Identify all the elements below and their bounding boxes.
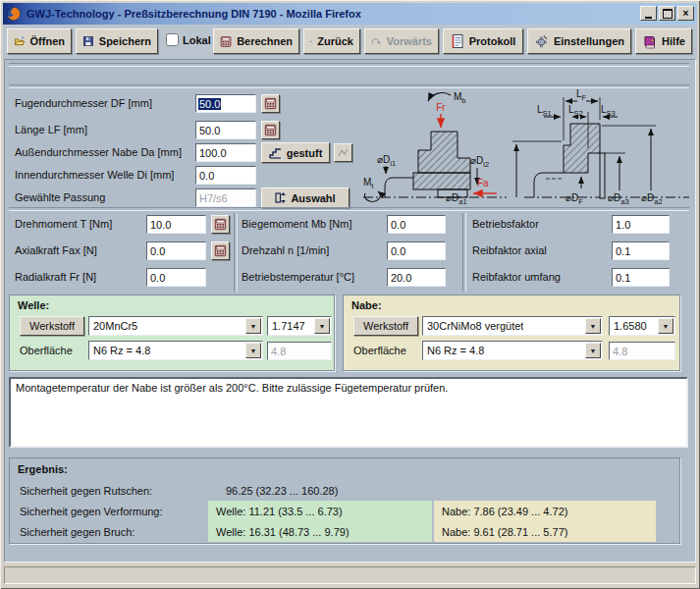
message-box[interactable]: Montagetemperatur der Nabe ist größer al… [9, 377, 688, 448]
calculator-icon [264, 124, 277, 136]
save-label: Speichern [99, 35, 151, 47]
joint-diameter-input[interactable]: 50.0 [195, 94, 256, 113]
separator [9, 63, 689, 67]
load-diagram: Mb Fr ⌀Di1 ⌀Di2 Mt Fa [363, 91, 507, 201]
stepped-button[interactable]: gestuft [261, 142, 330, 163]
back-button[interactable]: Zurück [303, 28, 360, 54]
shaft-surface-select[interactable]: N6 Rz = 4.8 ▼ [88, 341, 263, 360]
axial-force-calculator-button[interactable] [211, 241, 230, 260]
radial-force-input[interactable] [146, 268, 206, 287]
stepped-label: gestuft [287, 147, 323, 159]
shaft-material-button-label: Werkstoff [29, 320, 75, 332]
moment-mb-label: Mb [454, 91, 466, 105]
local-checkbox-group: Lokal [166, 33, 211, 46]
friction-circumferential-label: Reibfaktor umfang [472, 271, 561, 283]
shaft-material-select[interactable]: 20MnCr5 ▼ [88, 316, 263, 336]
joint-diameter-calculator-button[interactable] [261, 94, 280, 113]
maximize-button[interactable] [659, 6, 675, 21]
save-button[interactable]: Speichern [76, 28, 158, 54]
operating-temperature-input[interactable] [387, 268, 446, 287]
axial-force-input[interactable] [146, 241, 206, 260]
fit-select-label: Auswahl [291, 192, 335, 204]
shaft-material-number-select[interactable]: 1.7147 ▼ [267, 316, 332, 336]
da3-label: ⌀Da3 [608, 192, 629, 205]
forward-button[interactable]: Vorwärts [364, 28, 439, 54]
da2-label: ⌀Da2 [641, 192, 663, 205]
shaft-material-button[interactable]: Werkstoff [20, 316, 84, 336]
calculator-icon [220, 34, 232, 49]
shaft-surface-value: N6 Rz = 4.8 [93, 345, 150, 356]
df-label: ⌀DF [565, 192, 583, 205]
hub-roughness-input [609, 342, 675, 360]
chevron-down-icon[interactable]: ▼ [658, 318, 673, 334]
torque-input[interactable] [146, 215, 206, 234]
window-title: GWJ-Technology - Preßsitzberechnung DIN … [27, 8, 361, 20]
operating-temperature-label: Betriebstemperatur [°C] [242, 271, 354, 283]
hub-material-select[interactable]: 30CrNiMo8 vergütet ▼ [422, 316, 603, 336]
column-separator [462, 213, 466, 292]
chevron-down-icon[interactable]: ▼ [585, 318, 601, 334]
chevron-down-icon[interactable]: ▼ [314, 318, 330, 334]
local-checkbox[interactable] [166, 33, 179, 46]
speed-input[interactable] [387, 241, 446, 260]
back-label: Zurück [317, 35, 353, 47]
length-input[interactable] [195, 121, 256, 139]
close-icon: × [683, 9, 689, 19]
length-label: Länge LF [mm] [15, 124, 87, 135]
hub-material-value: 30CrNiMo8 vergütet [427, 320, 523, 332]
selection-icon [275, 191, 286, 204]
bending-moment-input[interactable] [387, 215, 446, 234]
fit-select-button[interactable]: Auswahl [261, 187, 350, 208]
fracture-hub-value: Nabe: 9.61 (28.71 ... 5.77) [442, 526, 567, 538]
torque-calculator-button[interactable] [211, 215, 230, 234]
warning-message: Montagetemperatur der Nabe ist größer al… [16, 382, 448, 394]
friction-circumferential-input[interactable] [612, 268, 670, 287]
results-title: Ergebnis: [18, 463, 68, 475]
ls3-label: LS3 [601, 104, 616, 118]
hub-surface-select[interactable]: N6 Rz = 4.8 ▼ [422, 341, 603, 360]
diagram-button[interactable] [334, 143, 352, 162]
help-button[interactable]: Hilfe [635, 28, 692, 54]
shaft-panel-title: Welle: [18, 299, 49, 311]
hub-panel-title: Nabe: [351, 299, 382, 311]
hub-outer-diameter-input[interactable] [195, 143, 256, 162]
shaft-surface-label: Oberfläche [20, 345, 73, 356]
curve-icon [337, 146, 350, 159]
shaft-inner-diameter-input[interactable] [195, 166, 256, 185]
shaft-material-value: 20MnCr5 [93, 320, 137, 332]
torque-mt-label: Mt [363, 177, 374, 190]
hub-material-button[interactable]: Werkstoff [353, 316, 418, 336]
hub-material-number-select[interactable]: 1.6580 ▼ [609, 316, 675, 336]
calculate-button[interactable]: Berechnen [213, 28, 299, 54]
protocol-button[interactable]: Protokoll [443, 28, 523, 54]
shaft-panel: Welle: Werkstoff 20MnCr5 ▼ 1.7147 ▼ Ober… [9, 294, 335, 371]
chevron-down-icon[interactable]: ▼ [585, 343, 601, 358]
shaft-material-number-value: 1.7147 [272, 320, 305, 332]
settings-label: Einstellungen [554, 35, 624, 47]
deformation-hub-value: Nabe: 7.86 (23.49 ... 4.72) [442, 506, 567, 517]
calculate-label: Berechnen [237, 35, 293, 47]
length-calculator-button[interactable] [261, 121, 280, 139]
ls1-label: LS1 [537, 104, 552, 118]
torque-label: Drehmoment T [Nm] [15, 218, 112, 230]
hub-panel: Nabe: Werkstoff 30CrNiMo8 vergütet ▼ 1.6… [343, 294, 680, 371]
speed-label: Drehzahl n [1/min] [242, 244, 329, 256]
service-factor-input[interactable] [612, 215, 670, 234]
calculator-icon [264, 97, 277, 110]
column-separator [234, 213, 238, 292]
settings-button[interactable]: Einstellungen [527, 28, 631, 54]
open-button[interactable]: Öffnen [7, 28, 72, 54]
maximize-icon [663, 9, 673, 19]
title-bar[interactable]: GWJ-Technology - Preßsitzberechnung DIN … [3, 3, 697, 25]
minimize-button[interactable] [640, 6, 657, 21]
close-button[interactable]: × [677, 6, 694, 21]
chevron-down-icon[interactable]: ▼ [245, 343, 261, 358]
hub-material-number-value: 1.6580 [614, 320, 647, 332]
local-label: Lokal [183, 34, 211, 46]
deformation-label: Sicherheit gegen Verformung: [20, 506, 163, 517]
friction-axial-input[interactable] [612, 241, 670, 260]
hub-surface-label: Oberfläche [353, 345, 406, 356]
slipping-value: 96.25 (32.23 ... 160.28) [226, 485, 338, 497]
chevron-down-icon[interactable]: ▼ [245, 318, 261, 334]
calculator-icon [214, 244, 227, 257]
